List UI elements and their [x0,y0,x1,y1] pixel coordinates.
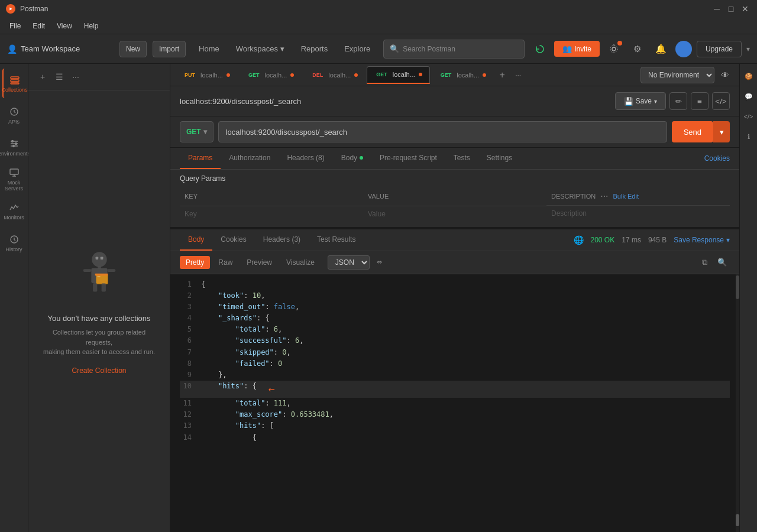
params-tab-authorization[interactable]: Authorization [221,148,279,169]
satellite-icon-btn[interactable] [604,40,623,59]
json-line-1: 1 { [180,279,730,290]
menu-view[interactable]: View [52,20,77,32]
params-tab-params[interactable]: Params [180,148,221,169]
menu-help[interactable]: Help [79,20,103,32]
params-tab-prerequest[interactable]: Pre-request Script [371,148,445,169]
send-dropdown-button[interactable]: ▾ [713,121,730,142]
response-tab-test-results[interactable]: Test Results [309,229,364,251]
docs-button[interactable]: ≡ [691,92,709,110]
nav-reports[interactable]: Reports [294,41,335,57]
notification-icon-btn[interactable]: 🔔 [652,40,671,59]
params-tab-headers[interactable]: Headers (8) [279,148,332,169]
scroll-track[interactable] [736,274,739,533]
panel-header-actions: + ☰ ··· [35,70,83,84]
copy-response-button[interactable]: ⧉ [697,255,712,270]
save-response-button[interactable]: Save Response ▾ [674,236,730,244]
nav-home[interactable]: Home [192,41,227,57]
right-cookies-button[interactable]: 🍪 [741,69,756,84]
new-request-tab-button[interactable]: + [495,68,509,82]
settings-icon-btn[interactable]: ⚙ [628,40,647,59]
format-select[interactable]: JSON XML HTML Text [328,255,370,270]
minimize-button[interactable]: ─ [711,3,723,15]
right-code-button[interactable]: </> [741,109,756,124]
add-collection-button[interactable]: + [35,70,50,84]
environment-select[interactable]: No Environment [640,67,714,83]
format-tab-preview[interactable]: Preview [241,256,278,269]
request-tab-2[interactable]: DEL localh... [303,66,365,84]
params-tab-tests[interactable]: Tests [445,148,478,169]
sidebar-item-history[interactable]: History [2,228,26,258]
sync-icon-btn[interactable] [530,40,549,59]
nav-workspaces[interactable]: Workspaces ▾ [229,41,292,57]
main-layout: Collections APIs Environments Mock Serve… [0,64,757,532]
menu-edit[interactable]: Edit [28,20,50,32]
code-snippet-button[interactable]: </> [712,92,730,110]
search-bar[interactable]: 🔍 Search Postman [383,40,525,59]
right-info-button[interactable]: ℹ [741,129,756,144]
upgrade-button[interactable]: Upgrade [697,41,742,57]
json-line-9: 9 }, [180,369,730,381]
format-tab-pretty[interactable]: Pretty [180,256,210,269]
menu-file[interactable]: File [5,20,25,32]
invite-button[interactable]: 👥 Invite [554,41,600,57]
query-params-section: Query Params KEY VALUE DESCRIPTION ··· B… [170,170,739,227]
params-row-empty [180,206,730,222]
method-badge-get-4: GET [439,72,454,79]
json-line-7: 7 "skipped": 0, [180,347,730,358]
request-tab-0[interactable]: PUT localh... [175,66,238,84]
right-panel: 🍪 💬 </> ℹ [739,64,757,532]
params-tab-settings[interactable]: Settings [478,148,520,169]
json-line-2: 2 "took": 10, [180,290,730,301]
request-tab-3[interactable]: GET localh... [367,66,429,84]
response-area: Body Cookies Headers (3) Test Results 🌐 … [170,227,739,533]
env-eye-button[interactable]: 👁 [716,66,735,85]
search-response-button[interactable]: 🔍 [714,255,730,270]
edit-code-button[interactable]: ✏ [669,92,687,110]
sidebar-item-environments[interactable]: Environments [2,132,26,162]
params-tab-body[interactable]: Body [333,148,371,169]
save-button[interactable]: 💾 Save ▾ [615,92,666,110]
response-tab-headers[interactable]: Headers (3) [255,229,309,251]
svg-point-8 [11,140,13,142]
cookies-link[interactable]: Cookies [704,148,730,168]
right-comments-button[interactable]: 💬 [741,89,756,104]
more-options-button[interactable]: ··· [69,70,83,84]
bulk-edit-button[interactable]: Bulk Edit [613,193,639,200]
params-more-button[interactable]: ··· [598,191,610,202]
sidebar-item-monitors[interactable]: Monitors [2,196,26,226]
new-button[interactable]: New [119,41,147,57]
request-tab-4[interactable]: GET localh... [431,66,494,84]
svg-rect-19 [83,270,91,273]
request-tab-1[interactable]: GET localh... [239,66,302,84]
response-status: 🌐 200 OK 17 ms 945 B Save Response ▾ [574,235,730,245]
create-collection-button[interactable]: Create Collection [72,366,126,375]
app-logo [6,4,15,14]
format-tab-raw[interactable]: Raw [212,256,238,269]
json-line-6: 6 "successful": 6, [180,335,730,346]
svg-rect-21 [93,283,97,292]
send-button[interactable]: Send [672,121,713,142]
format-tab-visualize[interactable]: Visualize [280,256,321,269]
user-avatar[interactable] [675,41,692,57]
sidebar-item-apis[interactable]: APIs [2,100,26,130]
sidebar-item-mock-servers[interactable]: Mock Servers [2,164,26,194]
key-input[interactable] [185,210,358,218]
filter-button[interactable]: ☰ [52,70,66,84]
tab-overflow-button[interactable]: ··· [510,69,526,82]
line-wrap-button[interactable]: ⇔ [372,255,387,270]
request-tabs-bar: PUT localh... GET localh... DEL localh..… [170,64,739,86]
sidebar-item-collections[interactable]: Collections [2,69,26,98]
scroll-thumb[interactable] [736,275,739,299]
response-tab-cookies[interactable]: Cookies [212,229,254,251]
maximize-button[interactable]: □ [725,3,737,15]
import-button[interactable]: Import [153,41,186,57]
url-input[interactable] [218,121,667,142]
app-title: Postman [20,5,48,13]
method-select[interactable]: GET ▾ [180,121,213,142]
desc-input[interactable] [551,209,725,218]
value-input[interactable] [368,210,542,218]
nav-explore[interactable]: Explore [337,41,377,57]
col-header-desc: DESCRIPTION ··· Bulk Edit [546,187,730,206]
response-tab-body[interactable]: Body [180,229,212,251]
close-button[interactable]: ✕ [739,3,751,15]
